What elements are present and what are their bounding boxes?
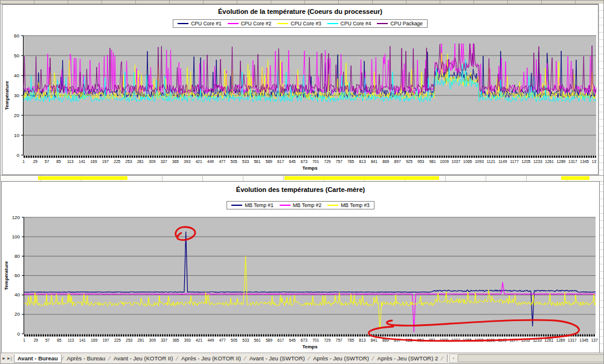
mb-chart-legend[interactable]: MB Temp #1MB Temp #2MB Temp #3 <box>226 201 374 209</box>
y-tick-label: 20 <box>14 113 19 118</box>
x-tick-label: 85 <box>56 159 61 164</box>
x-tick-label: 1065 <box>463 159 472 164</box>
x-tick-label: 981 <box>429 159 436 164</box>
tab-separator: ∕ <box>441 355 443 362</box>
x-tick-label: 701 <box>312 338 319 342</box>
x-tick-label: 1317 <box>568 159 577 164</box>
x-tick-label: 281 <box>138 338 144 342</box>
mb-chart-title: Évolution des températures (Carte-mère) <box>2 186 599 193</box>
y-tick-label: 120 <box>12 215 21 220</box>
x-tick-label: 505 <box>231 159 237 164</box>
legend-item: CPU Package <box>377 21 422 27</box>
x-tick-label: 169 <box>91 338 97 342</box>
x-tick-label: 645 <box>289 338 296 342</box>
x-tick-label: 1093 <box>475 159 484 164</box>
legend-line-swatch <box>280 205 291 206</box>
x-tick-label: 337 <box>161 159 167 164</box>
x-tick-label: 253 <box>126 159 132 164</box>
x-tick-label: 29 <box>34 338 39 342</box>
x-tick-label: 953 <box>417 159 424 164</box>
x-tick-label: 225 <box>114 338 121 342</box>
x-tick-label: 897 <box>394 159 401 164</box>
x-tick-label: 197 <box>102 159 109 164</box>
excel-workbook-view: 0102030405060129578511314116919722525328… <box>0 0 604 364</box>
legend-label: CPU Core #2 <box>241 21 272 27</box>
x-tick-label: 757 <box>336 338 342 342</box>
sheet-tab-avant-bureau[interactable]: Avant - Bureau <box>14 354 62 363</box>
x-tick-label: 1345 <box>580 159 589 164</box>
horizontal-scrollbar-thumb[interactable] <box>458 354 604 362</box>
x-tick-label: 841 <box>371 159 378 164</box>
x-tick-label: 449 <box>207 338 214 342</box>
cpu-temperature-chart[interactable]: 0102030405060129578511314116919722525328… <box>2 4 599 175</box>
x-tick-label: 169 <box>91 159 97 164</box>
x-tick-label: 29 <box>33 159 38 164</box>
y-tick-label: 0 <box>18 331 21 337</box>
cpu-chart-plot[interactable]: 0102030405060129578511314116919722525328… <box>2 5 597 173</box>
x-tick-label: 1317 <box>568 338 577 342</box>
x-tick-label: 365 <box>172 338 179 342</box>
x-tick-label: 1233 <box>533 159 542 164</box>
x-tick-label: 561 <box>254 159 260 164</box>
legend-line-swatch <box>231 205 242 206</box>
x-tick-label: 785 <box>347 338 354 342</box>
x-tick-label: 253 <box>126 338 132 342</box>
highlighted-cell[interactable] <box>561 176 590 180</box>
x-tick-label: 841 <box>371 338 378 342</box>
highlighted-cell[interactable] <box>38 176 127 180</box>
x-tick-label: 673 <box>301 159 307 164</box>
y-tick-label: 10 <box>14 133 19 138</box>
sheet-tab-apr-s-jeu-swtor-2[interactable]: Après - Jeu (SWTOR) 2 <box>374 354 442 362</box>
sheet-tab-apr-s-bureau[interactable]: Après - Bureau <box>64 354 109 362</box>
x-tick-label: 365 <box>172 159 179 164</box>
x-tick-label: 1121 <box>487 159 496 164</box>
legend-line-swatch <box>277 23 288 24</box>
cpu-chart-legend[interactable]: CPU Core #1CPU Core #2CPU Core #3CPU Cor… <box>173 19 428 28</box>
x-tick-label: 785 <box>347 159 354 164</box>
x-tick-label: 1373 <box>591 338 598 342</box>
x-tick-label: 729 <box>324 159 331 164</box>
x-tick-label: 757 <box>336 159 342 164</box>
y-tick-label: 30 <box>14 93 19 98</box>
x-tick-label: 701 <box>312 159 319 164</box>
x-tick-label: 85 <box>57 338 62 342</box>
x-tick-label: 141 <box>79 159 85 164</box>
y-tick-label: 50 <box>14 53 19 59</box>
x-tick-label: 477 <box>219 338 226 342</box>
y-tick-label: 100 <box>12 234 21 240</box>
y-tick-label: 40 <box>14 73 19 78</box>
x-tick-label: 1149 <box>498 159 507 164</box>
x-tick-label: 1289 <box>556 338 565 342</box>
x-tick-label: 337 <box>161 338 167 342</box>
x-tick-label: 477 <box>219 159 225 164</box>
tab-scroll-icon[interactable]: ► <box>2 356 6 360</box>
x-axis-title: Temps <box>302 165 318 171</box>
legend-line-swatch <box>377 23 388 24</box>
sheet-tab-avant-jeu-kotor-ii-[interactable]: Avant - Jeu (KOTOR II) <box>111 354 176 362</box>
highlighted-cell[interactable] <box>284 176 439 180</box>
scroll-left-icon[interactable]: ‹ <box>450 355 458 362</box>
x-tick-label: 729 <box>324 338 330 342</box>
tab-scroll-buttons[interactable]: ►►| <box>1 356 14 360</box>
sheet-tab-apr-s-jeu-swtor-[interactable]: Après - Jeu (SWTOR) <box>310 354 372 362</box>
horizontal-scrollbar[interactable]: ‹ <box>449 354 604 363</box>
sheet-tab-avant-jeu-swtor-[interactable]: Avant - Jeu (SWTOR) <box>246 354 308 362</box>
tab-splitter-handle[interactable] <box>447 354 448 362</box>
x-tick-label: 1373 <box>592 159 597 164</box>
legend-label: MB Temp #3 <box>341 202 370 208</box>
x-tick-label: 449 <box>207 159 214 164</box>
sheet-tabs: Avant - Bureau∕Après - Bureau∕Avant - Je… <box>14 354 443 363</box>
legend-item: CPU Core #4 <box>327 21 371 27</box>
x-tick-label: 869 <box>382 159 389 164</box>
legend-label: CPU Package <box>390 21 422 27</box>
sheet-tab-apr-s-jeu-kotor-ii-[interactable]: Après - Jeu (KOTOR II) <box>178 354 244 362</box>
x-tick-label: 393 <box>184 159 190 164</box>
x-tick-label: 57 <box>45 159 50 164</box>
legend-label: MB Temp #2 <box>293 202 322 208</box>
y-tick-label: 0 <box>17 153 20 158</box>
legend-item: CPU Core #1 <box>178 21 222 27</box>
x-tick-label: 589 <box>266 338 272 342</box>
motherboard-temperature-chart[interactable]: 0204060801001201295785113141169197225253… <box>1 181 600 355</box>
x-tick-label: 1009 <box>440 159 449 164</box>
tab-scroll-icon[interactable]: ►| <box>7 356 12 360</box>
